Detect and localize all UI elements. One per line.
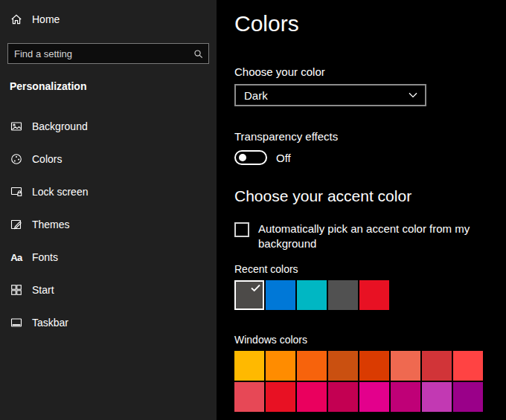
recent-colors-label: Recent colors bbox=[234, 263, 506, 275]
sidebar-item-lock-screen[interactable]: Lock screen bbox=[0, 177, 217, 207]
windows-color-swatch-plum-light[interactable] bbox=[359, 382, 389, 412]
check-icon bbox=[251, 284, 260, 292]
windows-colors-grid bbox=[234, 351, 483, 412]
windows-colors-label: Windows colors bbox=[234, 334, 506, 346]
choose-color-label: Choose your color bbox=[234, 65, 506, 78]
color-mode-selected-value: Dark bbox=[244, 89, 268, 102]
lock-screen-icon bbox=[10, 186, 22, 198]
windows-color-swatch-orchid-light[interactable] bbox=[422, 382, 452, 412]
sidebar-item-start[interactable]: Start bbox=[0, 275, 217, 305]
main-content: Colors Choose your color Dark Transparen… bbox=[217, 0, 506, 420]
sidebar-item-colors[interactable]: Colors bbox=[0, 144, 217, 174]
auto-accent-checkbox-row[interactable]: Automatically pick an accent color from … bbox=[234, 222, 506, 251]
nav-label: Start bbox=[32, 284, 54, 296]
home-label: Home bbox=[32, 13, 60, 25]
transparency-label: Transparency effects bbox=[234, 130, 506, 143]
windows-color-swatch-rose[interactable] bbox=[328, 382, 358, 412]
start-icon bbox=[10, 284, 22, 296]
nav-label: Background bbox=[32, 120, 88, 132]
transparency-toggle[interactable] bbox=[234, 150, 267, 165]
windows-color-swatch-orange-bright[interactable] bbox=[297, 351, 327, 381]
auto-accent-checkbox[interactable] bbox=[234, 222, 249, 237]
transparency-state: Off bbox=[276, 152, 291, 164]
search-box[interactable] bbox=[7, 43, 209, 64]
windows-color-swatch-rust[interactable] bbox=[359, 351, 389, 381]
recent-color-swatch-blue[interactable] bbox=[266, 280, 295, 310]
search-input[interactable] bbox=[8, 44, 188, 63]
accent-section-title: Choose your accent color bbox=[234, 187, 506, 205]
windows-color-swatch-mod-red[interactable] bbox=[453, 351, 483, 381]
sidebar: Home Personalization bbox=[0, 0, 217, 420]
windows-color-swatch-orchid[interactable] bbox=[453, 382, 483, 412]
recent-colors-row bbox=[234, 280, 506, 310]
fonts-icon: Aa bbox=[10, 251, 22, 263]
settings-window: Home Personalization bbox=[0, 0, 506, 420]
auto-accent-checkbox-label[interactable]: Automatically pick an accent color from … bbox=[258, 222, 483, 251]
recent-color-swatch-dark-gray[interactable] bbox=[234, 280, 264, 310]
windows-color-swatch-gold[interactable] bbox=[266, 351, 295, 381]
sidebar-nav: Background Colors bbox=[0, 112, 217, 337]
windows-color-swatch-red[interactable] bbox=[266, 382, 295, 412]
windows-color-swatch-pale-red[interactable] bbox=[234, 382, 264, 412]
sidebar-item-fonts[interactable]: Aa Fonts bbox=[0, 242, 217, 272]
search-icon[interactable] bbox=[188, 44, 208, 63]
sidebar-item-home[interactable]: Home bbox=[0, 6, 217, 33]
windows-color-swatch-plum[interactable] bbox=[391, 382, 420, 412]
windows-color-swatch-yellow-gold[interactable] bbox=[234, 351, 264, 381]
windows-color-swatch-rose-bright[interactable] bbox=[297, 382, 327, 412]
transparency-toggle-row: Off bbox=[234, 150, 506, 165]
recent-color-swatch-red[interactable] bbox=[359, 280, 389, 310]
sidebar-item-themes[interactable]: Themes bbox=[0, 210, 217, 239]
taskbar-icon bbox=[10, 317, 22, 329]
colors-icon bbox=[10, 153, 22, 165]
nav-label: Fonts bbox=[32, 251, 58, 263]
nav-label: Themes bbox=[32, 219, 70, 230]
nav-label: Taskbar bbox=[32, 317, 68, 329]
recent-color-swatch-teal[interactable] bbox=[297, 280, 327, 310]
chevron-down-icon bbox=[409, 92, 417, 98]
windows-color-swatch-pale-rust[interactable] bbox=[391, 351, 420, 381]
home-icon bbox=[10, 13, 22, 25]
background-icon bbox=[10, 120, 22, 132]
windows-color-swatch-brick-red[interactable] bbox=[422, 351, 452, 381]
recent-color-swatch-gray[interactable] bbox=[328, 280, 358, 310]
color-mode-dropdown[interactable]: Dark bbox=[234, 84, 426, 106]
themes-icon bbox=[10, 219, 22, 230]
sidebar-item-background[interactable]: Background bbox=[0, 112, 217, 141]
nav-label: Lock screen bbox=[32, 186, 88, 198]
page-title: Colors bbox=[234, 9, 506, 39]
nav-label: Colors bbox=[32, 153, 62, 165]
sidebar-section-title: Personalization bbox=[0, 80, 217, 92]
sidebar-item-taskbar[interactable]: Taskbar bbox=[0, 308, 217, 337]
windows-color-swatch-orange-dark[interactable] bbox=[328, 351, 358, 381]
toggle-knob bbox=[239, 154, 246, 161]
